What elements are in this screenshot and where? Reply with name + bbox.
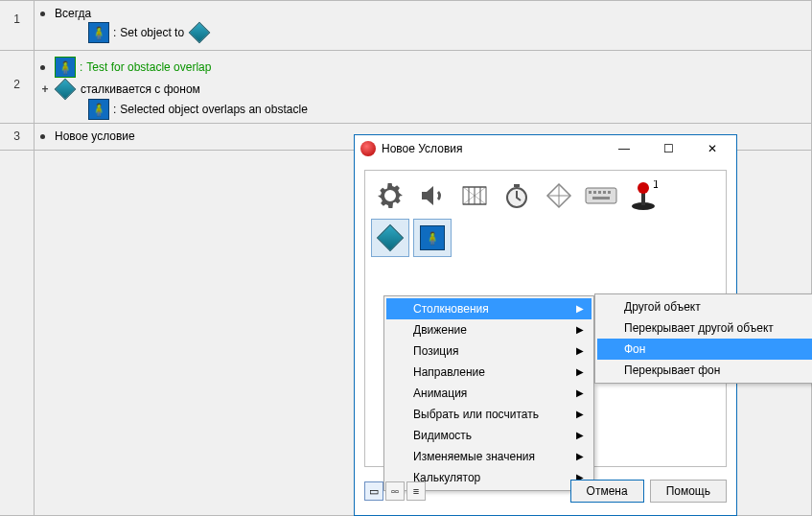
view-small-icons-button[interactable]: ▫▫ [385, 481, 405, 501]
submenu-item-another-object[interactable]: Другой объект [597, 296, 812, 317]
menu-item-label: Изменяемые значения [413, 450, 535, 463]
create-icon[interactable] [540, 176, 578, 215]
submenu-arrow-icon: ▶ [576, 366, 584, 377]
gear-icon[interactable] [371, 176, 409, 215]
colon: : [80, 60, 82, 74]
app-icon [360, 141, 376, 156]
dialog-titlebar[interactable]: Новое Условия — ☐ ✕ [355, 135, 736, 162]
action-text: Selected object overlaps an obstacle [120, 103, 307, 116]
row-number: 1 [0, 1, 34, 26]
condition-text: сталкивается с фоном [81, 82, 200, 96]
keyboard-icon[interactable] [582, 176, 620, 215]
storyboard-icon[interactable] [455, 176, 494, 215]
event-row[interactable]: 1 Всегда : Set object to [0, 1, 811, 51]
collisions-submenu: Другой объект Перекрывает другой объект … [594, 293, 812, 384]
dialog-title: Новое Условия [382, 142, 602, 155]
svg-rect-6 [593, 191, 596, 194]
svg-rect-9 [608, 191, 611, 194]
bullet-icon [40, 12, 45, 16]
diamond-object-slot[interactable] [371, 219, 409, 257]
submenu-item-overlap-backdrop[interactable]: Перекрывает фон [597, 360, 812, 381]
menu-item-label: Направление [413, 365, 485, 379]
condition-line[interactable]: + сталкивается с фоном [40, 80, 805, 99]
submenu-arrow-icon: ▶ [576, 387, 584, 398]
menu-item-label: Позиция [413, 344, 458, 358]
system-objects-row: 1 [365, 171, 726, 219]
menu-item-label: Фон [624, 342, 645, 356]
event-row[interactable]: 2 : Test for obstacle overlap + сталкива… [0, 51, 811, 124]
menu-item-label: Анимация [413, 387, 467, 400]
maximize-button[interactable]: ☐ [646, 135, 690, 162]
svg-rect-10 [592, 197, 610, 199]
minimize-button[interactable]: — [602, 135, 646, 162]
svg-rect-8 [603, 191, 606, 194]
svg-rect-3 [514, 184, 520, 187]
condition-text: Test for obstacle overlap [86, 60, 211, 74]
submenu-item-backdrop[interactable]: Фон [597, 339, 812, 360]
menu-item-direction[interactable]: Направление ▶ [386, 362, 592, 383]
condition-line[interactable]: : Test for obstacle overlap [40, 55, 805, 80]
colon: : [113, 103, 116, 116]
speaker-icon[interactable] [413, 176, 452, 215]
action-text: Set object to [120, 26, 184, 39]
submenu-item-overlap-object[interactable]: Перекрывает другой объект [597, 317, 812, 339]
view-large-icons-button[interactable]: ▭ [364, 481, 383, 501]
svg-rect-4 [586, 188, 616, 203]
diamond-object-icon [377, 224, 404, 251]
submenu-arrow-icon: ▶ [576, 451, 584, 461]
help-button[interactable]: Помощь [650, 480, 727, 503]
view-list-button[interactable]: ≡ [406, 481, 426, 501]
menu-item-label: Другой объект [624, 300, 701, 314]
menu-item-label: Перекрывает другой объект [624, 321, 774, 335]
view-mode-buttons: ▭ ▫▫ ≡ [364, 481, 426, 501]
submenu-arrow-icon: ▶ [576, 324, 584, 335]
scene-objects-row [365, 219, 726, 263]
menu-item-label: Движение [413, 323, 467, 337]
submenu-arrow-icon: ▶ [576, 430, 584, 440]
row-number: 3 [0, 124, 34, 143]
dialog-footer: ▭ ▫▫ ≡ Отмена Помощь [364, 477, 727, 505]
menu-item-visibility[interactable]: Видимость ▶ [386, 425, 592, 446]
diamond-object-icon [55, 79, 77, 101]
row-number: 2 [0, 51, 34, 91]
new-condition-dialog: Новое Условия — ☐ ✕ 1 [354, 134, 737, 516]
bullet-icon [40, 134, 45, 139]
joystick-icon[interactable]: 1 [624, 176, 662, 215]
menu-item-label: Выбрать или посчитать [413, 408, 539, 421]
menu-item-position[interactable]: Позиция ▶ [386, 340, 592, 362]
svg-point-13 [638, 182, 649, 194]
svg-text:1: 1 [653, 180, 658, 191]
active-object-icon [420, 225, 445, 250]
menu-item-movement[interactable]: Движение ▶ [386, 319, 592, 340]
timer-icon[interactable] [498, 176, 536, 215]
submenu-arrow-icon: ▶ [576, 345, 584, 356]
action-line[interactable]: : Set object to [40, 22, 805, 45]
diamond-object-icon [189, 22, 211, 44]
expand-icon[interactable]: + [40, 82, 50, 96]
menu-item-label: Видимость [413, 429, 472, 442]
active-object-icon [88, 99, 109, 120]
menu-item-collisions[interactable]: Столкновения ▶ [386, 298, 592, 319]
conditions-context-menu: Столкновения ▶ Движение ▶ Позиция ▶ Напр… [383, 295, 594, 491]
menu-item-label: Перекрывает фон [624, 364, 720, 377]
cancel-button[interactable]: Отмена [570, 480, 644, 503]
condition-text: Всегда [55, 7, 91, 20]
svg-rect-7 [598, 191, 601, 194]
menu-item-pick-or-count[interactable]: Выбрать или посчитать ▶ [386, 404, 592, 425]
menu-item-animation[interactable]: Анимация ▶ [386, 383, 592, 404]
active-object-slot[interactable] [413, 219, 452, 257]
menu-item-label: Столкновения [413, 302, 489, 316]
condition-text: Новое условие [55, 129, 135, 143]
submenu-arrow-icon: ▶ [576, 409, 584, 419]
active-object-icon [88, 22, 109, 43]
svg-rect-5 [589, 191, 592, 194]
menu-item-alterable-values[interactable]: Изменяемые значения ▶ [386, 446, 592, 467]
condition-line[interactable]: Всегда [40, 5, 805, 22]
close-button[interactable]: ✕ [690, 135, 734, 162]
bullet-icon [40, 65, 45, 70]
action-line[interactable]: : Selected object overlaps an obstacle [40, 99, 805, 122]
object-picker-frame: 1 Столкновения ▶ Движение ▶ Позиция ▶ На… [364, 170, 727, 467]
colon: : [113, 26, 116, 39]
active-object-icon [55, 57, 76, 78]
submenu-arrow-icon: ▶ [576, 303, 584, 314]
